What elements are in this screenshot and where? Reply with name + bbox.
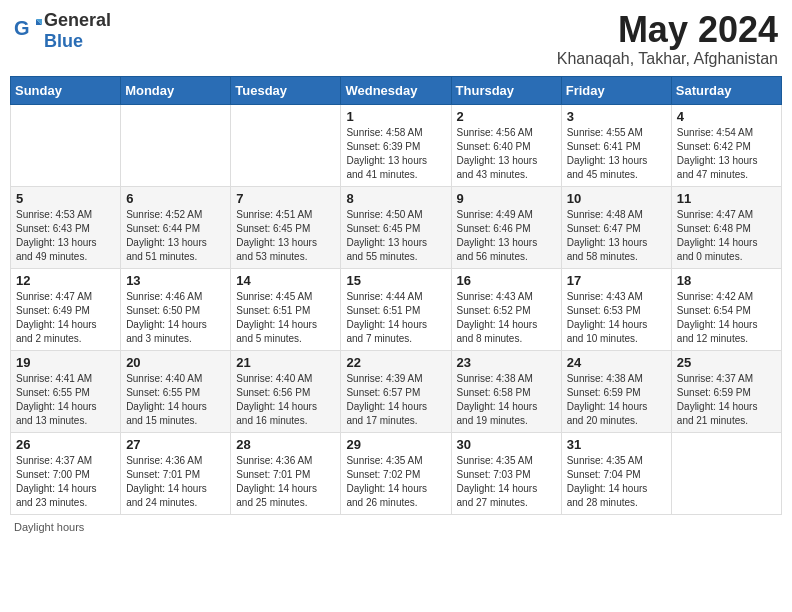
calendar-cell: 22Sunrise: 4:39 AMSunset: 6:57 PMDayligh…: [341, 350, 451, 432]
day-number: 15: [346, 273, 445, 288]
day-info: Sunrise: 4:35 AMSunset: 7:03 PMDaylight:…: [457, 454, 556, 510]
calendar-cell: 7Sunrise: 4:51 AMSunset: 6:45 PMDaylight…: [231, 186, 341, 268]
calendar-cell: 25Sunrise: 4:37 AMSunset: 6:59 PMDayligh…: [671, 350, 781, 432]
day-header-wednesday: Wednesday: [341, 76, 451, 104]
page-header: G General Blue May 2024 Khanaqah, Takhar…: [10, 10, 782, 68]
day-header-tuesday: Tuesday: [231, 76, 341, 104]
day-header-monday: Monday: [121, 76, 231, 104]
calendar-footer: Daylight hours: [10, 521, 782, 533]
day-info: Sunrise: 4:36 AMSunset: 7:01 PMDaylight:…: [236, 454, 335, 510]
day-number: 1: [346, 109, 445, 124]
day-header-saturday: Saturday: [671, 76, 781, 104]
day-number: 7: [236, 191, 335, 206]
calendar-cell: 31Sunrise: 4:35 AMSunset: 7:04 PMDayligh…: [561, 432, 671, 514]
month-title: May 2024: [557, 10, 778, 50]
calendar-cell: [671, 432, 781, 514]
calendar-cell: 13Sunrise: 4:46 AMSunset: 6:50 PMDayligh…: [121, 268, 231, 350]
calendar-cell: [121, 104, 231, 186]
logo-graphic: G: [14, 15, 42, 47]
day-info: Sunrise: 4:38 AMSunset: 6:59 PMDaylight:…: [567, 372, 666, 428]
day-info: Sunrise: 4:55 AMSunset: 6:41 PMDaylight:…: [567, 126, 666, 182]
day-number: 11: [677, 191, 776, 206]
day-number: 30: [457, 437, 556, 452]
calendar-cell: 23Sunrise: 4:38 AMSunset: 6:58 PMDayligh…: [451, 350, 561, 432]
calendar-cell: 1Sunrise: 4:58 AMSunset: 6:39 PMDaylight…: [341, 104, 451, 186]
day-info: Sunrise: 4:44 AMSunset: 6:51 PMDaylight:…: [346, 290, 445, 346]
calendar-table: SundayMondayTuesdayWednesdayThursdayFrid…: [10, 76, 782, 515]
day-number: 21: [236, 355, 335, 370]
day-number: 26: [16, 437, 115, 452]
day-info: Sunrise: 4:47 AMSunset: 6:49 PMDaylight:…: [16, 290, 115, 346]
logo-general: General: [44, 10, 111, 30]
calendar-cell: 20Sunrise: 4:40 AMSunset: 6:55 PMDayligh…: [121, 350, 231, 432]
day-info: Sunrise: 4:41 AMSunset: 6:55 PMDaylight:…: [16, 372, 115, 428]
day-number: 27: [126, 437, 225, 452]
day-number: 22: [346, 355, 445, 370]
calendar-cell: 8Sunrise: 4:50 AMSunset: 6:45 PMDaylight…: [341, 186, 451, 268]
day-info: Sunrise: 4:43 AMSunset: 6:52 PMDaylight:…: [457, 290, 556, 346]
day-info: Sunrise: 4:50 AMSunset: 6:45 PMDaylight:…: [346, 208, 445, 264]
day-number: 24: [567, 355, 666, 370]
calendar-week-row: 5Sunrise: 4:53 AMSunset: 6:43 PMDaylight…: [11, 186, 782, 268]
day-info: Sunrise: 4:43 AMSunset: 6:53 PMDaylight:…: [567, 290, 666, 346]
calendar-cell: [11, 104, 121, 186]
day-number: 2: [457, 109, 556, 124]
day-info: Sunrise: 4:48 AMSunset: 6:47 PMDaylight:…: [567, 208, 666, 264]
calendar-cell: 2Sunrise: 4:56 AMSunset: 6:40 PMDaylight…: [451, 104, 561, 186]
calendar-cell: 17Sunrise: 4:43 AMSunset: 6:53 PMDayligh…: [561, 268, 671, 350]
calendar-week-row: 12Sunrise: 4:47 AMSunset: 6:49 PMDayligh…: [11, 268, 782, 350]
calendar-cell: 15Sunrise: 4:44 AMSunset: 6:51 PMDayligh…: [341, 268, 451, 350]
day-info: Sunrise: 4:38 AMSunset: 6:58 PMDaylight:…: [457, 372, 556, 428]
day-number: 25: [677, 355, 776, 370]
day-info: Sunrise: 4:40 AMSunset: 6:55 PMDaylight:…: [126, 372, 225, 428]
day-number: 28: [236, 437, 335, 452]
calendar-cell: 5Sunrise: 4:53 AMSunset: 6:43 PMDaylight…: [11, 186, 121, 268]
title-area: May 2024 Khanaqah, Takhar, Afghanistan: [557, 10, 778, 68]
day-info: Sunrise: 4:35 AMSunset: 7:02 PMDaylight:…: [346, 454, 445, 510]
day-info: Sunrise: 4:35 AMSunset: 7:04 PMDaylight:…: [567, 454, 666, 510]
day-info: Sunrise: 4:52 AMSunset: 6:44 PMDaylight:…: [126, 208, 225, 264]
calendar-cell: 11Sunrise: 4:47 AMSunset: 6:48 PMDayligh…: [671, 186, 781, 268]
day-info: Sunrise: 4:53 AMSunset: 6:43 PMDaylight:…: [16, 208, 115, 264]
day-header-thursday: Thursday: [451, 76, 561, 104]
day-info: Sunrise: 4:56 AMSunset: 6:40 PMDaylight:…: [457, 126, 556, 182]
day-header-friday: Friday: [561, 76, 671, 104]
logo: G General Blue: [14, 10, 111, 52]
calendar-cell: 4Sunrise: 4:54 AMSunset: 6:42 PMDaylight…: [671, 104, 781, 186]
calendar-cell: 9Sunrise: 4:49 AMSunset: 6:46 PMDaylight…: [451, 186, 561, 268]
day-info: Sunrise: 4:45 AMSunset: 6:51 PMDaylight:…: [236, 290, 335, 346]
calendar-cell: 3Sunrise: 4:55 AMSunset: 6:41 PMDaylight…: [561, 104, 671, 186]
day-info: Sunrise: 4:36 AMSunset: 7:01 PMDaylight:…: [126, 454, 225, 510]
day-number: 17: [567, 273, 666, 288]
day-number: 13: [126, 273, 225, 288]
calendar-cell: 30Sunrise: 4:35 AMSunset: 7:03 PMDayligh…: [451, 432, 561, 514]
day-header-sunday: Sunday: [11, 76, 121, 104]
day-info: Sunrise: 4:47 AMSunset: 6:48 PMDaylight:…: [677, 208, 776, 264]
calendar-cell: [231, 104, 341, 186]
day-number: 4: [677, 109, 776, 124]
calendar-week-row: 26Sunrise: 4:37 AMSunset: 7:00 PMDayligh…: [11, 432, 782, 514]
day-number: 16: [457, 273, 556, 288]
day-number: 5: [16, 191, 115, 206]
day-info: Sunrise: 4:42 AMSunset: 6:54 PMDaylight:…: [677, 290, 776, 346]
daylight-label: Daylight hours: [14, 521, 84, 533]
day-number: 9: [457, 191, 556, 206]
calendar-cell: 27Sunrise: 4:36 AMSunset: 7:01 PMDayligh…: [121, 432, 231, 514]
day-number: 10: [567, 191, 666, 206]
calendar-cell: 26Sunrise: 4:37 AMSunset: 7:00 PMDayligh…: [11, 432, 121, 514]
calendar-cell: 19Sunrise: 4:41 AMSunset: 6:55 PMDayligh…: [11, 350, 121, 432]
calendar-cell: 21Sunrise: 4:40 AMSunset: 6:56 PMDayligh…: [231, 350, 341, 432]
day-info: Sunrise: 4:39 AMSunset: 6:57 PMDaylight:…: [346, 372, 445, 428]
svg-text:G: G: [14, 17, 30, 39]
location-title: Khanaqah, Takhar, Afghanistan: [557, 50, 778, 68]
day-info: Sunrise: 4:37 AMSunset: 7:00 PMDaylight:…: [16, 454, 115, 510]
logo-text: General Blue: [44, 10, 111, 52]
day-info: Sunrise: 4:37 AMSunset: 6:59 PMDaylight:…: [677, 372, 776, 428]
day-number: 29: [346, 437, 445, 452]
day-number: 18: [677, 273, 776, 288]
calendar-week-row: 1Sunrise: 4:58 AMSunset: 6:39 PMDaylight…: [11, 104, 782, 186]
calendar-cell: 29Sunrise: 4:35 AMSunset: 7:02 PMDayligh…: [341, 432, 451, 514]
day-number: 6: [126, 191, 225, 206]
day-info: Sunrise: 4:58 AMSunset: 6:39 PMDaylight:…: [346, 126, 445, 182]
day-number: 23: [457, 355, 556, 370]
